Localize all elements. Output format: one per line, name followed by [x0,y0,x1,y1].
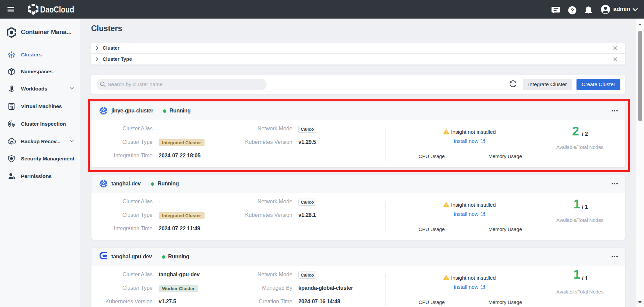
svg-text:?: ? [570,7,574,14]
